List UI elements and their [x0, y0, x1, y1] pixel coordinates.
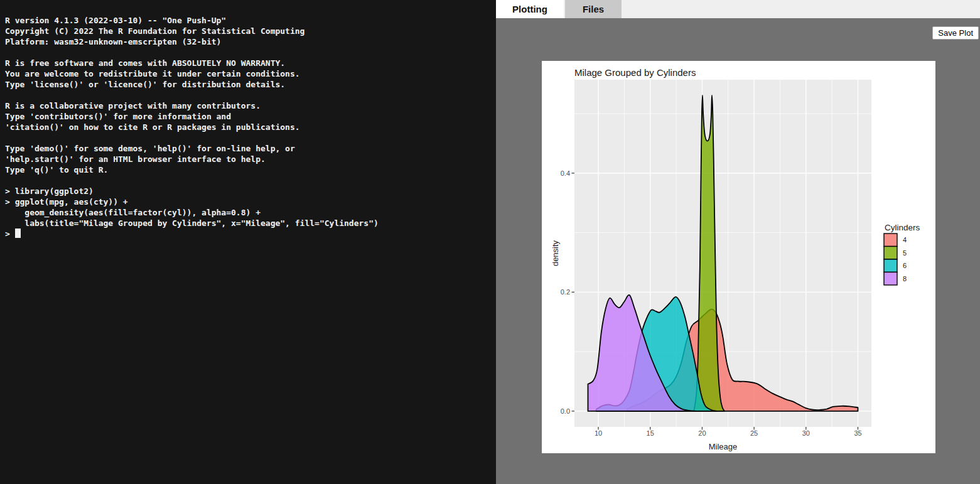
console-line: [5, 47, 496, 58]
console-line: Type 'contributors()' for more informati…: [5, 111, 496, 122]
legend-label-4-cyl: 4: [903, 236, 907, 244]
x-tick-label: 25: [750, 429, 758, 437]
console-line: R is free software and comes with ABSOLU…: [5, 58, 496, 68]
legend-label-6-cyl: 6: [903, 262, 907, 269]
tab-plotting-label: Plotting: [512, 4, 547, 14]
tab-files-label: Files: [583, 4, 604, 14]
legend-title: Cylinders: [885, 223, 920, 232]
legend-label-8-cyl: 8: [903, 275, 907, 282]
console-line: [5, 90, 496, 100]
y-axis-label: density: [551, 240, 560, 266]
y-tick-label: 0.2: [561, 288, 570, 296]
app-root: R version 4.1.3 (2022-03-10) -- "One Pus…: [0, 0, 980, 484]
console-line: R is a collaborative project with many c…: [5, 100, 496, 111]
tab-plotting[interactable]: Plotting: [496, 0, 564, 18]
ggplot-density-chart: 1015202530350.00.20.4Milage Grouped by C…: [542, 61, 935, 453]
console-line: Type 'demo()' for some demos, 'help()' f…: [5, 143, 496, 154]
x-tick-label: 20: [698, 429, 706, 437]
terminal-cursor: [15, 229, 21, 238]
legend-key-5-cyl: [884, 247, 897, 260]
r-console[interactable]: R version 4.1.3 (2022-03-10) -- "One Pus…: [0, 0, 496, 484]
console-line: > library(ggplot2): [5, 186, 496, 196]
console-line: You are welcome to redistribute it under…: [5, 68, 496, 79]
console-line: [5, 175, 496, 186]
y-tick-label: 0.0: [561, 407, 570, 415]
console-line: Type 'q()' to quit R.: [5, 164, 496, 175]
legend-key-4-cyl: [884, 234, 897, 247]
legend-label-5-cyl: 5: [903, 249, 907, 257]
tab-bar: Plotting Files: [496, 0, 980, 18]
plot-workspace-panel: Plotting Files Save Plot 1015202530350.0…: [496, 0, 980, 484]
console-line: >: [5, 229, 496, 239]
legend-key-6-cyl: [884, 259, 897, 272]
plot-workspace: Save Plot 1015202530350.00.20.4Milage Gr…: [496, 18, 980, 484]
y-tick-label: 0.4: [561, 169, 570, 177]
legend-key-8-cyl: [884, 272, 897, 286]
x-tick-label: 35: [854, 429, 861, 437]
console-line: labs(title="Milage Grouped by Cylinders"…: [5, 218, 496, 229]
console-line: Copyright (C) 2022 The R Foundation for …: [5, 26, 496, 36]
plot-card: 1015202530350.00.20.4Milage Grouped by C…: [542, 61, 935, 453]
x-tick-label: 15: [647, 429, 654, 437]
console-line: [5, 132, 496, 143]
x-axis-label: Mileage: [709, 442, 738, 451]
save-plot-button[interactable]: Save Plot: [932, 26, 979, 40]
console-line: Platform: wasm32-unknown-emscripten (32-…: [5, 36, 496, 47]
tab-files[interactable]: Files: [565, 0, 622, 18]
console-line: R version 4.1.3 (2022-03-10) -- "One Pus…: [5, 15, 496, 26]
console-line: 'citation()' on how to cite R or R packa…: [5, 122, 496, 132]
console-line: geom_density(aes(fill=factor(cyl)), alph…: [5, 207, 496, 218]
plot-title: Milage Grouped by Cylinders: [574, 67, 696, 78]
x-tick-label: 30: [802, 429, 810, 437]
console-line: 'help.start()' for an HTML browser inter…: [5, 154, 496, 164]
x-tick-label: 10: [595, 429, 602, 437]
console-line: > ggplot(mpg, aes(cty)) +: [5, 196, 496, 207]
console-line: Type 'license()' or 'licence()' for dist…: [5, 79, 496, 90]
